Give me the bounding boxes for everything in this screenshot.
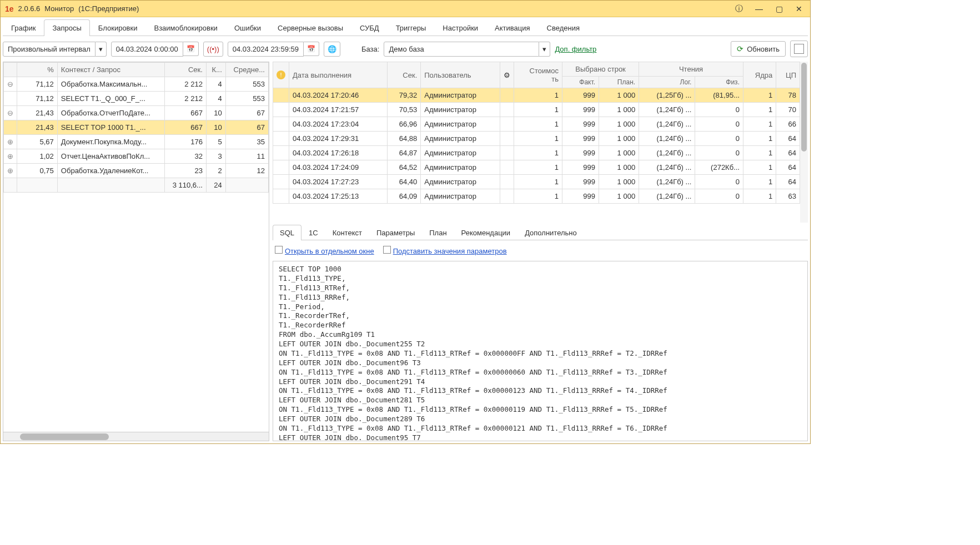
window-icon <box>275 246 283 254</box>
info-icon[interactable]: ⓘ <box>732 2 746 16</box>
expand-icon[interactable] <box>4 92 17 106</box>
base-label: База: <box>361 45 379 53</box>
right-row[interactable]: 04.03.2024 17:24:0964,52Администратор199… <box>273 160 800 175</box>
subtab-план[interactable]: План <box>422 225 454 240</box>
left-row[interactable]: ⊕1,02Отчет.ЦенаАктивовПоКл...32311 <box>4 149 269 164</box>
col-cpu[interactable]: ЦП <box>776 62 800 88</box>
left-row[interactable]: ⊖21,43Обработка.ОтчетПоДате...6671067 <box>4 106 269 120</box>
titlebar: 1e 2.0.6.6 Монитор (1С:Предприятие) ⓘ — … <box>1 1 810 17</box>
additional-filter-link[interactable]: Доп. фильтр <box>555 45 596 53</box>
col-cores[interactable]: Ядра <box>743 62 776 88</box>
col-reads[interactable]: Чтения <box>639 62 743 77</box>
left-col-header[interactable]: Контекст / Запрос <box>57 63 164 77</box>
left-footer-row: 3 110,6...24 <box>4 178 269 193</box>
maximize-button[interactable]: ▢ <box>772 2 786 16</box>
expand-icon[interactable]: ⊕ <box>4 164 17 178</box>
subst-params-label: Подставить значения параметров <box>393 247 507 255</box>
tab-настройки[interactable]: Настройки <box>434 19 486 36</box>
right-row[interactable]: 04.03.2024 17:23:0466,96Администратор199… <box>273 117 800 132</box>
calendar-icon[interactable]: 📅 <box>304 42 319 56</box>
date-from-input[interactable]: 04.03.2024 0:00:00 📅 <box>111 42 199 57</box>
date-to-value: 04.03.2024 23:59:59 <box>228 42 304 57</box>
right-row[interactable]: 04.03.2024 17:26:1864,87Администратор199… <box>273 146 800 160</box>
left-grid[interactable]: %Контекст / ЗапросСек.К...Средне...⊖71,1… <box>3 62 269 432</box>
left-col-header[interactable]: Сек. <box>165 63 207 77</box>
left-row[interactable]: ⊕5,67Документ.Покупка.Моду...176535 <box>4 135 269 149</box>
tab-график[interactable]: График <box>3 19 44 36</box>
expand-icon[interactable]: ⊖ <box>4 77 17 92</box>
open-ext-label: Открыть в отдельном окне <box>285 247 374 255</box>
right-row[interactable]: 04.03.2024 17:27:2364,40Администратор199… <box>273 175 800 189</box>
subtab-контекст[interactable]: Контекст <box>325 225 369 240</box>
window-buttons: ⓘ — ▢ ✕ <box>732 2 806 16</box>
date-to-input[interactable]: 04.03.2024 23:59:59 📅 <box>228 42 319 57</box>
right-row[interactable]: 04.03.2024 17:21:5770,53Администратор199… <box>273 103 800 117</box>
left-col-header[interactable]: % <box>17 63 58 77</box>
left-row[interactable]: ⊕0,75Обработка.УдалениеКот...23212 <box>4 164 269 178</box>
main-tabs: ГрафикЗапросыБлокировкиВзаимоблокировкиО… <box>3 19 808 36</box>
app-suffix: (1С:Предприятие) <box>78 4 139 13</box>
expand-icon[interactable]: ⊖ <box>4 106 17 120</box>
base-select[interactable]: Демо база ▾ <box>384 42 550 57</box>
tab-активация[interactable]: Активация <box>486 19 538 36</box>
left-table: %Контекст / ЗапросСек.К...Средне...⊖71,1… <box>3 62 269 193</box>
col-date[interactable]: Дата выполнения <box>289 62 388 88</box>
tab-серверные вызовы[interactable]: Серверные вызовы <box>269 19 351 36</box>
subtab-дополнительно[interactable]: Дополнительно <box>517 225 584 240</box>
h-scrollbar[interactable] <box>3 432 269 441</box>
col-user[interactable]: Пользователь <box>421 62 500 88</box>
left-row[interactable]: ⊖71,12Обработка.Максимальн...2 2124553 <box>4 77 269 92</box>
col-sec[interactable]: Сек. <box>387 62 421 88</box>
params-icon <box>383 246 391 254</box>
open-ext-link[interactable]: Открыть в отдельном окне <box>275 246 374 255</box>
live-button[interactable]: ((•)) <box>203 42 223 57</box>
left-row[interactable]: 71,12SELECT T1._Q_000_F_...2 2124553 <box>4 92 269 106</box>
right-top: !Дата выполненияСек.Пользователь⚙Стоимос… <box>273 62 808 223</box>
tab-субд[interactable]: СУБД <box>351 19 388 36</box>
left-col-header[interactable]: Средне... <box>225 63 268 77</box>
col-gear[interactable]: ⚙ <box>500 62 514 88</box>
right-grid[interactable]: !Дата выполненияСек.Пользователь⚙Стоимос… <box>273 62 800 223</box>
chevron-down-icon[interactable]: ▾ <box>539 42 550 57</box>
tab-ошибки[interactable]: Ошибки <box>226 19 269 36</box>
globe-button[interactable]: 🌐 <box>324 42 340 57</box>
tab-триггеры[interactable]: Триггеры <box>388 19 435 36</box>
right-row[interactable]: 04.03.2024 17:29:3164,88Администратор199… <box>273 132 800 146</box>
v-scrollbar[interactable] <box>800 62 808 223</box>
left-pane: %Контекст / ЗапросСек.К...Средне...⊖71,1… <box>3 62 269 441</box>
extra-tool-button[interactable] <box>790 41 808 57</box>
calendar-icon[interactable]: 📅 <box>183 42 199 56</box>
right-row[interactable]: 04.03.2024 17:20:4679,32Администратор199… <box>273 88 800 103</box>
col-cost[interactable]: Стоимость <box>514 62 562 88</box>
subtab-параметры[interactable]: Параметры <box>369 225 422 240</box>
refresh-button[interactable]: ⟳ Обновить <box>731 41 786 57</box>
right-table: !Дата выполненияСек.Пользователь⚙Стоимос… <box>273 62 800 204</box>
minimize-button[interactable]: — <box>752 2 766 16</box>
tab-сведения[interactable]: Сведения <box>539 19 588 36</box>
tab-блокировки[interactable]: Блокировки <box>90 19 146 36</box>
chevron-down-icon[interactable]: ▾ <box>96 42 107 57</box>
subtab-sql[interactable]: SQL <box>273 225 301 240</box>
content: ГрафикЗапросыБлокировкиВзаимоблокировкиО… <box>1 17 810 443</box>
expand-icon[interactable]: ⊕ <box>4 135 17 149</box>
subtab-рекомендации[interactable]: Рекомендации <box>454 225 518 240</box>
interval-select[interactable]: Произвольный интервал ▾ <box>3 42 107 57</box>
left-row[interactable]: 21,43SELECT TOP 1000 T1._...6671067 <box>4 120 269 135</box>
app-name: Монитор <box>44 4 74 13</box>
expand-icon[interactable] <box>4 120 17 135</box>
close-button[interactable]: ✕ <box>792 2 806 16</box>
tab-взаимоблокировки[interactable]: Взаимоблокировки <box>145 19 225 36</box>
refresh-icon: ⟳ <box>737 44 743 53</box>
expand-icon[interactable]: ⊕ <box>4 149 17 164</box>
warn-col[interactable]: ! <box>273 62 289 88</box>
subst-params-link[interactable]: Подставить значения параметров <box>383 246 507 255</box>
app-window: 1e 2.0.6.6 Монитор (1С:Предприятие) ⓘ — … <box>0 0 811 444</box>
col-rows[interactable]: Выбрано строк <box>562 62 639 77</box>
right-row[interactable]: 04.03.2024 17:25:1364,09Администратор199… <box>273 189 800 204</box>
tab-запросы[interactable]: Запросы <box>44 19 89 36</box>
app-version: 2.0.6.6 <box>18 4 41 13</box>
sql-code[interactable]: SELECT TOP 1000 T1._Fld113_TYPE, T1._Fld… <box>273 261 808 441</box>
refresh-label: Обновить <box>747 45 780 53</box>
left-col-header[interactable]: К... <box>206 63 225 77</box>
subtab-1c[interactable]: 1C <box>301 225 325 240</box>
